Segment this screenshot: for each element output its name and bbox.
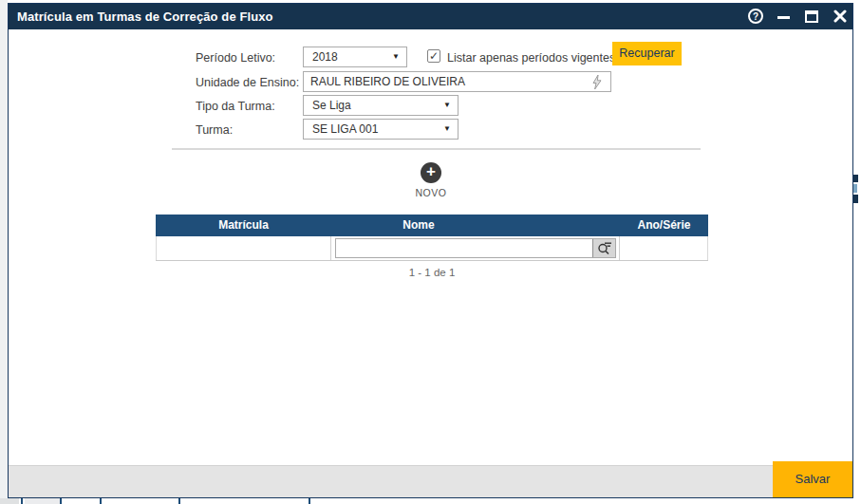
close-icon[interactable]	[833, 9, 847, 23]
section-divider	[172, 148, 701, 150]
tipo-turma-label: Tipo da Turma:	[196, 100, 275, 113]
table-header: Matrícula Nome Ano/Série Regular	[156, 215, 708, 236]
background-right-strip	[853, 0, 861, 504]
students-table: Matrícula Nome Ano/Série Regular	[156, 215, 708, 261]
chevron-down-icon: ▼	[443, 101, 451, 109]
tipo-turma-select[interactable]: Se Liga ▼	[303, 95, 459, 116]
background-bottom-strip	[0, 498, 861, 504]
titlebar: Matrícula em Turmas de Correção de Fluxo…	[9, 4, 852, 29]
search-lookup-button[interactable]	[592, 239, 615, 257]
column-header-nome: Nome	[331, 215, 620, 236]
help-icon[interactable]: ?	[748, 9, 763, 24]
periodo-letivo-value: 2018	[312, 50, 338, 64]
background-fragment	[178, 498, 180, 504]
footer-bar	[9, 465, 852, 497]
dialog-matricula-correcao-fluxo: Matrícula em Turmas de Correção de Fluxo…	[8, 3, 853, 498]
lightning-icon	[591, 74, 603, 90]
background-left-strip	[0, 0, 8, 504]
screen: Matrícula em Turmas de Correção de Fluxo…	[0, 0, 861, 504]
chevron-down-icon: ▼	[443, 124, 451, 133]
unidade-ensino-input[interactable]	[303, 71, 611, 92]
salvar-button[interactable]: Salvar	[773, 461, 852, 497]
matricula-cell	[156, 236, 331, 260]
turma-label: Turma:	[196, 123, 233, 137]
chevron-down-icon: ▼	[392, 52, 400, 61]
background-fragment	[60, 498, 62, 504]
search-list-icon	[597, 241, 612, 255]
ano-serie-cell	[620, 236, 708, 260]
help-glyph: ?	[753, 11, 758, 22]
nome-cell	[331, 236, 620, 260]
background-fragment	[21, 498, 23, 504]
background-fragment	[853, 175, 858, 182]
nome-search-field	[335, 238, 616, 258]
column-header-ano-serie: Ano/Série Regular	[620, 215, 708, 236]
background-fragment	[853, 195, 858, 203]
background-fragment	[853, 184, 857, 193]
maximize-icon[interactable]	[805, 10, 818, 23]
checkmark-icon: ✓	[429, 49, 439, 63]
column-header-matricula: Matrícula	[156, 215, 331, 236]
pagination-label: 1 - 1 de 1	[156, 267, 708, 278]
novo-button-label[interactable]: NOVO	[397, 187, 465, 198]
novo-button[interactable]: +	[421, 162, 441, 183]
periodo-letivo-select[interactable]: 2018 ▼	[303, 47, 407, 67]
minimize-icon[interactable]	[777, 16, 790, 19]
background-fragment	[25, 498, 61, 504]
plus-icon: +	[426, 162, 436, 180]
background-fragment	[309, 498, 310, 504]
background-fragment	[0, 498, 19, 504]
turma-value: SE LIGA 001	[312, 122, 378, 136]
periodo-letivo-label: Período Letivo:	[196, 51, 275, 65]
table-row	[156, 236, 708, 261]
unidade-ensino-label: Unidade de Ensino:	[196, 76, 299, 89]
background-fragment	[100, 498, 102, 504]
vigentes-checkbox[interactable]: ✓	[427, 49, 440, 63]
tipo-turma-value: Se Liga	[312, 99, 351, 112]
nome-search-input[interactable]	[336, 239, 592, 257]
dialog-title: Matrícula em Turmas de Correção de Fluxo	[17, 4, 273, 29]
turma-select[interactable]: SE LIGA 001 ▼	[303, 119, 459, 140]
recuperar-button[interactable]: Recuperar	[612, 42, 682, 65]
vigentes-checkbox-label: Listar apenas períodos vigentes	[447, 51, 615, 65]
